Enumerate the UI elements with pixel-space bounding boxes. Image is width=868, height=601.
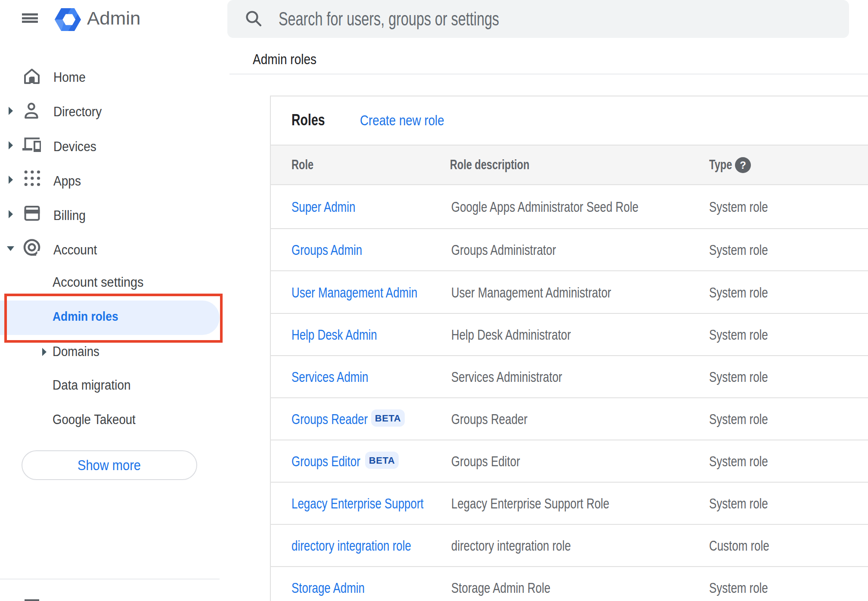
svg-text:?: ? [740,159,746,171]
